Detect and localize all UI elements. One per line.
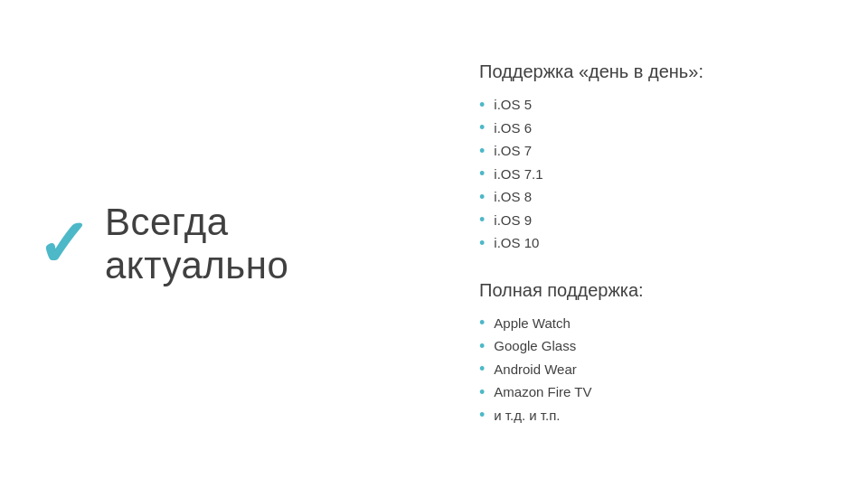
list-item: Google Glass bbox=[479, 334, 823, 358]
list-item: i.OS 8 bbox=[479, 185, 823, 209]
list-item: i.OS 9 bbox=[479, 209, 823, 232]
right-section: Поддержка «день в день»: i.OS 5i.OS 6i.O… bbox=[434, 0, 868, 488]
list-item: Android Wear bbox=[479, 358, 823, 381]
full-support-block: Полная поддержка: Apple WatchGoogle Glas… bbox=[479, 280, 823, 427]
daily-support-list: i.OS 5i.OS 6i.OS 7i.OS 7.1i.OS 8i.OS 9i.… bbox=[479, 93, 823, 255]
full-support-list: Apple WatchGoogle GlassAndroid WearAmazo… bbox=[479, 312, 823, 427]
list-item: Apple Watch bbox=[479, 312, 823, 335]
list-item: Amazon Fire TV bbox=[479, 380, 823, 404]
list-item: i.OS 7 bbox=[479, 139, 823, 163]
checkmark-title: ✓ Всегда актуально bbox=[36, 201, 398, 287]
list-item: и т.д. и т.п. bbox=[479, 404, 823, 427]
daily-support-title: Поддержка «день в день»: bbox=[479, 61, 823, 82]
list-item: i.OS 10 bbox=[479, 231, 823, 255]
list-item: i.OS 5 bbox=[479, 93, 823, 117]
slide: ✓ Всегда актуально Поддержка «день в ден… bbox=[0, 0, 868, 488]
full-support-title: Полная поддержка: bbox=[479, 280, 823, 301]
main-title: Всегда актуально bbox=[105, 201, 398, 287]
checkmark-icon: ✓ bbox=[36, 211, 90, 277]
daily-support-block: Поддержка «день в день»: i.OS 5i.OS 6i.O… bbox=[479, 61, 823, 255]
left-section: ✓ Всегда актуально bbox=[0, 0, 434, 488]
list-item: i.OS 6 bbox=[479, 117, 823, 140]
list-item: i.OS 7.1 bbox=[479, 163, 823, 186]
